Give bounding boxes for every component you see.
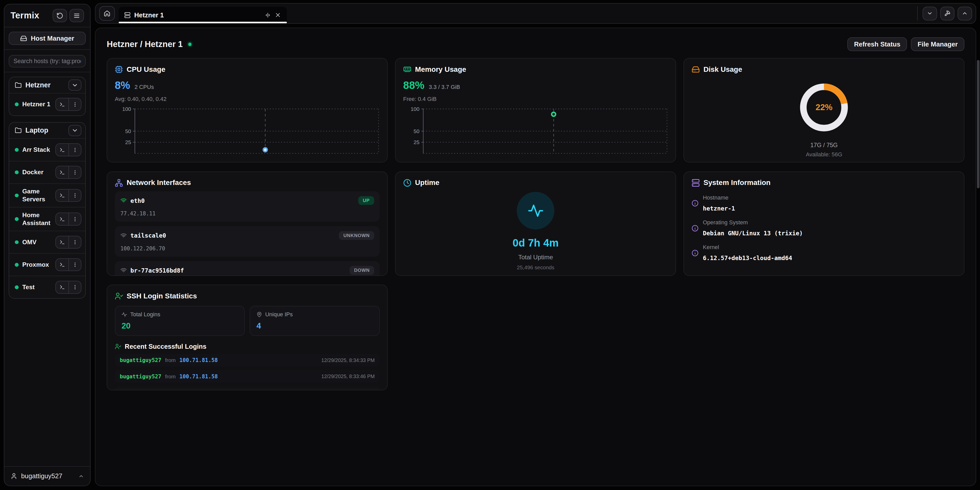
terminal-icon (59, 262, 65, 268)
cpu-chart: 2550100 (115, 107, 380, 157)
host-row-omv[interactable]: OMV (9, 231, 85, 253)
host-manager-label: Host Manager (31, 35, 74, 42)
total-logins-label: Total Logins (130, 311, 160, 318)
home-button[interactable] (99, 6, 115, 21)
unique-ips-stat: Unique IPs 4 (250, 306, 380, 336)
host-terminal-button[interactable] (56, 259, 68, 271)
host-manager-button[interactable]: Host Manager (9, 32, 86, 45)
breadcrumb: Hetzner / Hetzner 1 (107, 39, 183, 49)
reload-button[interactable] (52, 9, 67, 22)
cpu-load-average: Avg: 0.40, 0.40, 0.42 (115, 96, 380, 102)
group-collapse-button[interactable] (68, 125, 81, 136)
login-ip: 100.71.81.58 (180, 373, 218, 380)
activity-icon (121, 312, 127, 317)
svg-text:25: 25 (125, 139, 131, 145)
search-input[interactable] (9, 55, 86, 67)
host-menu-button[interactable] (68, 213, 81, 225)
svg-text:100: 100 (122, 107, 131, 112)
host-row-hetzner-1[interactable]: Hetzner 1 (9, 93, 85, 115)
host-menu-button[interactable] (68, 190, 81, 201)
close-tab-icon[interactable] (275, 12, 281, 18)
login-timestamp: 12/29/2025, 8:33:43 PM (321, 390, 375, 390)
host-row-test[interactable]: Test (9, 276, 85, 298)
svg-text:50: 50 (125, 128, 131, 134)
scrollbar-thumb[interactable] (977, 60, 980, 188)
host-terminal-button[interactable] (56, 166, 68, 178)
online-status-dot (188, 43, 191, 46)
uptime-value: 0d 7h 4m (513, 237, 558, 249)
host-row-game-servers[interactable]: Game Servers (9, 184, 85, 207)
sidebar-menu-button[interactable] (69, 9, 84, 22)
kebab-menu-icon (72, 102, 78, 107)
login-from-label: from (165, 390, 176, 390)
host-menu-button[interactable] (68, 259, 81, 271)
host-terminal-button[interactable] (56, 281, 68, 293)
svg-text:25: 25 (414, 139, 419, 145)
host-group-hetzner: Hetzner Hetzner 1 (9, 77, 86, 116)
memory-used: 3.3 / 3.7 GiB (429, 84, 460, 91)
host-row-proxmox[interactable]: Proxmox (9, 253, 85, 276)
memory-usage-card: Memory Usage 88% 3.3 / 3.7 GiB Free: 0.4… (395, 58, 676, 163)
host-status-dot (15, 286, 19, 289)
total-logins-stat: Total Logins 20 (115, 306, 245, 336)
host-status-dot (15, 240, 19, 244)
terminal-icon (59, 216, 65, 222)
activity-icon (528, 203, 544, 219)
user-check-icon (115, 343, 121, 350)
host-groups-list: Hetzner Hetzner 1 Laptop Arr Stack Docke… (4, 72, 90, 466)
ssh-login-row: bugattiguy527 from 100.71.81.58 12/29/20… (115, 370, 380, 383)
host-actions (56, 258, 81, 271)
host-status-dot (15, 217, 19, 221)
system-info-value: Debian GNU/Linux 13 (trixie) (703, 230, 803, 236)
hammer-icon (944, 10, 950, 16)
tools-button[interactable] (940, 6, 955, 21)
host-menu-button[interactable] (68, 144, 81, 156)
host-actions (56, 98, 81, 111)
refresh-status-button[interactable]: Refresh Status (847, 37, 907, 51)
cpu-percent: 8% (115, 79, 130, 91)
host-terminal-button[interactable] (56, 144, 68, 156)
kebab-menu-icon (72, 193, 78, 198)
host-menu-button[interactable] (68, 281, 81, 293)
host-terminal-button[interactable] (56, 98, 68, 110)
host-row-arr-stack[interactable]: Arr Stack (9, 138, 85, 161)
system-info-value: 6.12.57+deb13-cloud-amd64 (703, 254, 792, 261)
panel-down-button[interactable] (923, 6, 937, 21)
host-terminal-button[interactable] (56, 190, 68, 201)
host-terminal-button[interactable] (56, 213, 68, 225)
terminal-icon (59, 193, 65, 198)
user-menu[interactable]: bugattiguy527 (4, 466, 90, 486)
host-row-docker[interactable]: Docker (9, 161, 85, 184)
host-name: Home Assistant (22, 211, 52, 227)
folder-icon (15, 127, 22, 134)
host-terminal-button[interactable] (56, 236, 68, 248)
split-view-icon[interactable] (265, 12, 271, 18)
chevron-down-icon (72, 82, 78, 89)
host-row-home-assistant[interactable]: Home Assistant (9, 207, 85, 231)
app-root: Termix Host Manager Hetzner Hetzner 1 (0, 0, 980, 490)
host-actions (56, 189, 81, 202)
network-interface-row: tailscale0 UNKNOWN 100.122.206.70 (115, 226, 380, 257)
file-manager-button[interactable]: File Manager (911, 37, 964, 51)
tab-hetzner-1[interactable]: Hetzner 1 (119, 7, 287, 23)
tab-title: Hetzner 1 (134, 11, 261, 19)
host-menu-button[interactable] (68, 98, 81, 110)
app-logo: Termix (11, 11, 39, 21)
host-menu-button[interactable] (68, 166, 81, 178)
wifi-icon (121, 198, 127, 204)
map-pin-icon (256, 312, 262, 317)
info-icon (692, 220, 698, 236)
group-collapse-button[interactable] (68, 80, 81, 91)
ssh-login-row: bugattiguy527 from 100.71.81.58 12/29/20… (115, 386, 380, 390)
panel-up-button[interactable] (958, 6, 972, 21)
uptime-pulse-badge (517, 192, 554, 230)
info-icon (692, 195, 698, 212)
group-header: Hetzner (9, 77, 85, 93)
uptime-card: Uptime 0d 7h 4m Total Uptime 25,496 seco… (395, 171, 676, 276)
group-header: Laptop (9, 123, 85, 138)
uptime-card-title: Uptime (415, 179, 439, 187)
network-interface-row: br-77ac9516bd8f DOWN 172.23.0.1 (115, 261, 380, 276)
host-menu-button[interactable] (68, 236, 81, 248)
login-from-label: from (165, 357, 176, 363)
host-name: Game Servers (22, 188, 52, 203)
